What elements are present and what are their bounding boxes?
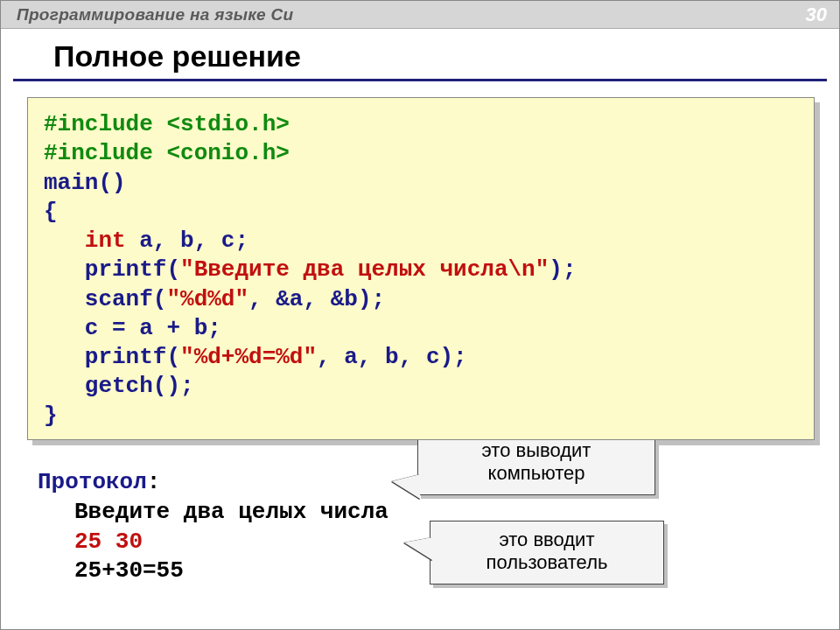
code-line-9b: "%d+%d=%d" [180, 344, 317, 370]
page-number: 30 [806, 4, 827, 26]
protocol-label: Протокол [38, 469, 147, 495]
code-line-2a: #include [44, 140, 166, 166]
slide-header: Программирование на языке Си 30 [1, 1, 839, 29]
code-line-7b: "%d%d" [166, 286, 248, 312]
callout-computer-text: это выводит компьютер [482, 439, 592, 484]
code-line-5b: int [85, 228, 126, 254]
code-block: #include <stdio.h> #include <conio.h> ma… [27, 97, 815, 440]
slide-title: Полное решение [13, 29, 827, 81]
code-line-2b: <conio.h> [166, 140, 289, 166]
code-line-10: getch(); [44, 373, 194, 399]
code-line-6a: printf( [44, 256, 180, 283]
code-line-5a [44, 228, 85, 254]
callout-computer: это выводит компьютер [417, 431, 655, 495]
code-line-3: main() [44, 170, 126, 196]
code-line-4: { [44, 199, 58, 225]
code-line-11: } [44, 402, 58, 429]
callout-user-text: это вводит пользователь [486, 528, 608, 573]
callout-user: это вводит пользователь [430, 521, 664, 584]
code-line-1a: #include [44, 111, 166, 137]
code-line-5c: a, b, c; [126, 228, 248, 254]
code-line-7a: scanf( [44, 286, 166, 312]
callout-tail-icon [404, 537, 432, 560]
code-line-6b: "Введите два целых числа\n" [180, 256, 549, 283]
code-line-6c: ); [549, 256, 576, 283]
code-line-9c: , a, b, c); [317, 344, 467, 370]
code-line-1b: <stdio.h> [166, 111, 289, 137]
callout-tail-icon [392, 474, 420, 499]
protocol-colon: : [147, 469, 161, 495]
header-title: Программирование на языке Си [17, 5, 293, 24]
code-example: #include <stdio.h> #include <conio.h> ma… [27, 97, 815, 440]
code-line-7c: , &a, &b); [248, 286, 385, 312]
code-line-9a: printf( [44, 344, 180, 370]
code-line-8: c = a + b; [44, 315, 221, 341]
